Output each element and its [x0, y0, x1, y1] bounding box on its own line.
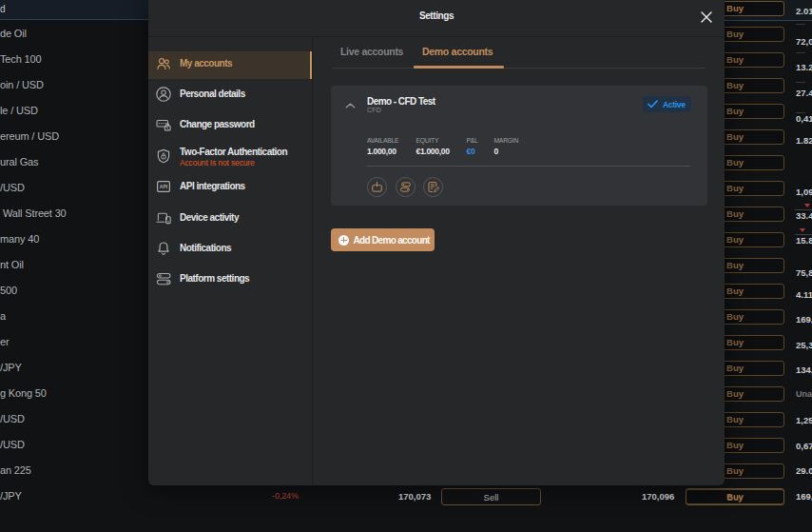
svg-text:API: API — [160, 184, 168, 189]
